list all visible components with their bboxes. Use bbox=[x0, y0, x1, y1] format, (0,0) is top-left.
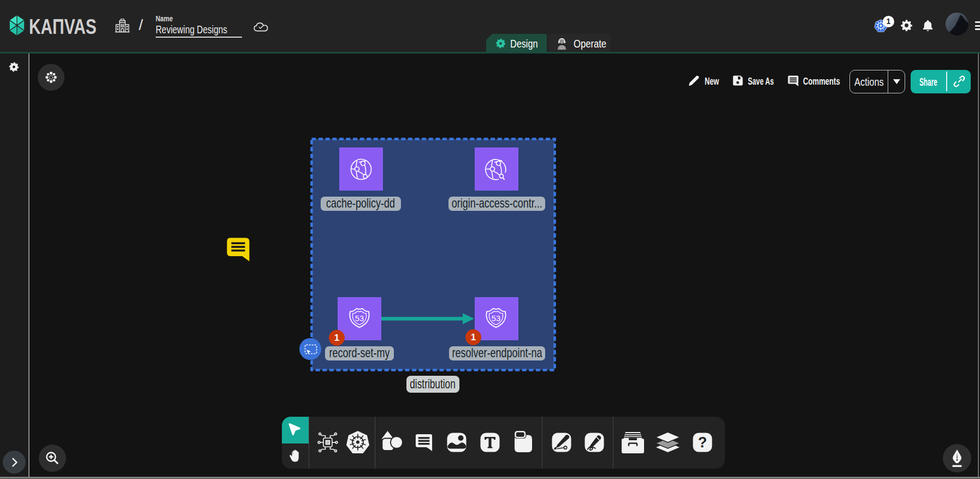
svg-text:53: 53 bbox=[355, 314, 364, 323]
svg-text:?: ? bbox=[698, 434, 707, 451]
svg-text:53: 53 bbox=[492, 314, 501, 323]
